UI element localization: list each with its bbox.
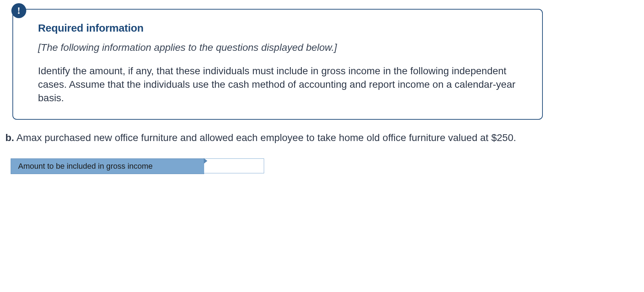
required-info-box: ! Required information [The following in…: [12, 9, 543, 120]
triangle-right-icon: [204, 158, 207, 164]
info-subtitle: [The following information applies to th…: [38, 40, 524, 54]
question-label: b.: [5, 132, 14, 143]
gross-income-input[interactable]: [204, 158, 264, 173]
answer-label: Amount to be included in gross income: [11, 158, 204, 174]
info-body: Identify the amount, if any, that these …: [38, 64, 524, 104]
question-text: b. Amax purchased new office furniture a…: [5, 131, 639, 145]
answer-row: Amount to be included in gross income: [11, 158, 639, 174]
exclamation-icon: !: [11, 3, 26, 18]
info-heading: Required information: [38, 22, 524, 34]
question-body: Amax purchased new office furniture and …: [14, 132, 516, 143]
